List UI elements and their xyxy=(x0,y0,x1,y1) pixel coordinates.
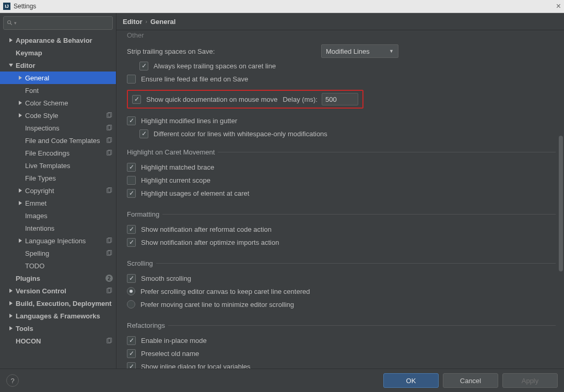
scrollbar-thumb[interactable] xyxy=(559,136,563,271)
tree-item-label: Spelling xyxy=(25,250,49,257)
inplace-checkbox[interactable] xyxy=(127,336,136,345)
tree-item-label: Tools xyxy=(16,325,33,332)
diff-color-label: Different color for lines with whitespac… xyxy=(154,130,327,138)
tree-item-font[interactable]: Font xyxy=(0,84,116,97)
tree-item-general[interactable]: General xyxy=(0,72,116,84)
tree-arrow-icon xyxy=(18,251,23,256)
scope-checkbox[interactable] xyxy=(127,176,136,185)
caret-legend: Highlight on Caret Movement xyxy=(127,148,218,156)
tree-arrow-icon xyxy=(18,263,23,268)
tree-item-label: Version Control xyxy=(16,287,66,295)
tree-item-hocon[interactable]: HOCON xyxy=(0,335,116,347)
tree-item-tools[interactable]: Tools xyxy=(0,322,116,335)
tree-item-label: Languages & Frameworks xyxy=(16,312,100,320)
tree-item-version-control[interactable]: Version Control xyxy=(0,284,116,297)
quick-doc-label: Show quick documentation on mouse move xyxy=(146,96,277,103)
svg-line-1 xyxy=(10,23,12,25)
cancel-button[interactable]: Cancel xyxy=(443,373,498,388)
tree-item-label: General xyxy=(25,74,49,82)
brace-checkbox[interactable] xyxy=(127,163,136,172)
tree-item-keymap[interactable]: Keymap xyxy=(0,46,116,59)
tree-arrow-icon xyxy=(18,175,23,181)
minimize-radio[interactable] xyxy=(127,300,135,308)
always-keep-label: Always keep trailing spaces on caret lin… xyxy=(154,62,276,70)
tree-item-file-and-code-templates[interactable]: File and Code Templates xyxy=(0,134,116,147)
tree-item-code-style[interactable]: Code Style xyxy=(0,109,116,122)
tree-item-editor[interactable]: Editor xyxy=(0,59,116,72)
tree-item-live-templates[interactable]: Live Templates xyxy=(0,159,116,172)
inplace-label: Enable in-place mode xyxy=(141,337,207,345)
preselect-checkbox[interactable] xyxy=(127,349,136,358)
reformat-checkbox[interactable] xyxy=(127,225,136,234)
body: ▾ Appearance & BehaviorKeymapEditorGener… xyxy=(0,13,564,369)
tree-item-file-encodings[interactable]: File Encodings xyxy=(0,147,116,159)
tree-item-label: Keymap xyxy=(16,49,42,57)
breadcrumb-editor[interactable]: Editor xyxy=(123,18,143,26)
ensure-lf-checkbox[interactable] xyxy=(127,75,136,84)
centered-radio[interactable] xyxy=(127,287,135,295)
tree-item-color-scheme[interactable]: Color Scheme xyxy=(0,97,116,109)
tree-arrow-icon xyxy=(18,125,23,130)
tree-arrow-icon xyxy=(18,150,23,156)
usages-checkbox[interactable] xyxy=(127,189,136,198)
tree-item-file-types[interactable]: File Types xyxy=(0,172,116,184)
project-level-icon xyxy=(105,250,113,257)
close-icon[interactable]: × xyxy=(556,2,561,11)
smooth-checkbox[interactable] xyxy=(127,274,136,283)
tree-arrow-icon xyxy=(8,276,14,281)
project-level-icon xyxy=(105,112,113,119)
settings-scroll: Other Strip trailing spaces on Save: Mod… xyxy=(116,30,564,369)
tree-item-inspections[interactable]: Inspections xyxy=(0,122,116,134)
ok-button[interactable]: OK xyxy=(383,373,439,388)
help-button[interactable]: ? xyxy=(6,374,19,387)
quick-doc-checkbox[interactable] xyxy=(132,95,141,104)
tree-item-plugins[interactable]: Plugins2 xyxy=(0,272,116,284)
tree-arrow-icon xyxy=(18,138,23,143)
tree-item-label: Build, Execution, Deployment xyxy=(16,300,111,307)
project-level-icon xyxy=(105,187,113,194)
always-keep-checkbox[interactable] xyxy=(139,62,148,70)
tree-item-label: File and Code Templates xyxy=(25,137,100,145)
refactorings-fieldset: Refactorings Enable in-place mode Presel… xyxy=(127,322,556,369)
tree-item-spelling[interactable]: Spelling xyxy=(0,247,116,259)
delay-field[interactable] xyxy=(322,93,358,105)
footer: ? OK Cancel Apply xyxy=(0,369,564,392)
tree-arrow-icon xyxy=(8,338,14,343)
tree-item-todo[interactable]: TODO xyxy=(0,259,116,272)
tree-arrow-icon xyxy=(18,88,23,93)
highlight-gutter-checkbox[interactable] xyxy=(127,116,136,125)
tree-arrow-icon xyxy=(18,225,23,231)
prev-region-label: Other xyxy=(127,31,556,39)
tree-arrow-icon xyxy=(18,188,23,193)
tree-arrow-icon xyxy=(18,100,23,105)
formatting-fieldset: Formatting Show notification after refor… xyxy=(127,210,556,250)
tree-item-label: File Types xyxy=(25,174,56,182)
strip-spaces-dropdown[interactable]: Modified Lines ▼ xyxy=(321,44,398,58)
tree-arrow-icon xyxy=(8,38,14,43)
tree-item-build-execution-deployment[interactable]: Build, Execution, Deployment xyxy=(0,297,116,310)
smooth-label: Smooth scrolling xyxy=(141,275,191,282)
scrollbar[interactable] xyxy=(559,31,563,367)
tree-item-languages-frameworks[interactable]: Languages & Frameworks xyxy=(0,310,116,322)
tree-item-appearance-behavior[interactable]: Appearance & Behavior xyxy=(0,34,116,46)
usages-label: Highlight usages of element at caret xyxy=(141,189,249,197)
imports-checkbox[interactable] xyxy=(127,238,136,247)
tree-item-label: Live Templates xyxy=(25,162,70,170)
tree-item-copyright[interactable]: Copyright xyxy=(0,184,116,197)
tree-item-intentions[interactable]: Intentions xyxy=(0,222,116,234)
search-input[interactable]: ▾ xyxy=(3,16,113,30)
diff-color-checkbox[interactable] xyxy=(139,129,148,138)
svg-point-0 xyxy=(8,21,11,24)
tree-item-language-injections[interactable]: Language Injections xyxy=(0,234,116,247)
inline-checkbox[interactable] xyxy=(127,362,136,369)
tree-item-label: Color Scheme xyxy=(25,99,68,107)
tree-item-emmet[interactable]: Emmet xyxy=(0,197,116,209)
search-history-caret-icon[interactable]: ▾ xyxy=(14,20,17,26)
tree-item-label: Plugins xyxy=(16,275,40,282)
apply-button[interactable]: Apply xyxy=(502,373,558,388)
tree-item-images[interactable]: Images xyxy=(0,209,116,222)
highlight-gutter-label: Highlight modified lines in gutter xyxy=(141,117,237,125)
tree-item-label: TODO xyxy=(25,262,44,270)
breadcrumb-general: General xyxy=(150,18,175,26)
tree-arrow-icon xyxy=(18,75,23,80)
